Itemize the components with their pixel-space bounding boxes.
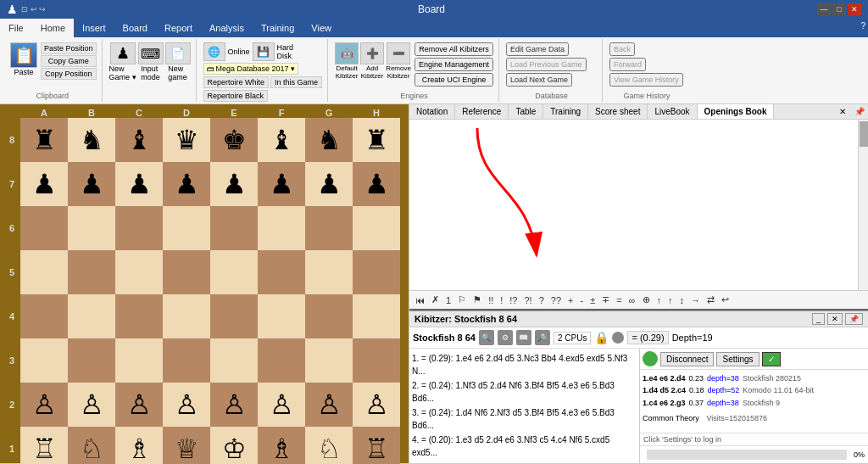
toolbar-updown-btn[interactable]: ↕ <box>677 294 687 306</box>
toolbar-q2-btn[interactable]: ?? <box>548 294 564 306</box>
square-b7[interactable]: ♟ <box>68 162 115 206</box>
toolbar-clear-btn[interactable]: ✗ <box>429 293 442 306</box>
square-d1[interactable]: ♕ <box>163 427 210 464</box>
square-h5[interactable] <box>353 250 400 294</box>
square-e1[interactable]: ♔ <box>210 427 258 464</box>
toolbar-up1-btn[interactable]: ↑ <box>654 294 665 306</box>
forward-button[interactable]: Forward <box>609 58 646 71</box>
square-a3[interactable] <box>20 338 68 383</box>
square-e8[interactable]: ♚ <box>210 118 258 162</box>
square-d8[interactable]: ♛ <box>163 118 210 162</box>
square-g5[interactable] <box>305 250 353 294</box>
square-d4[interactable] <box>163 294 210 338</box>
toolbar-inf-btn[interactable]: ∞ <box>626 294 638 306</box>
tab-board[interactable]: Board <box>114 19 156 37</box>
engine-magnify-icon[interactable]: 🔎 <box>535 330 550 345</box>
square-e4[interactable] <box>210 294 258 338</box>
square-g4[interactable] <box>305 294 353 338</box>
square-h4[interactable] <box>353 294 400 338</box>
square-f4[interactable] <box>258 294 305 338</box>
square-d3[interactable] <box>163 338 210 383</box>
square-f3[interactable] <box>258 338 305 383</box>
square-a5[interactable] <box>20 250 68 294</box>
square-h1[interactable]: ♖ <box>353 427 400 464</box>
toolbar-start-btn[interactable]: ⏮ <box>413 294 427 306</box>
load-next-game-button[interactable]: Load Next Game <box>506 73 572 87</box>
back-button[interactable]: Back <box>609 42 635 56</box>
toolbar-q-btn[interactable]: ? <box>537 294 547 306</box>
square-e5[interactable] <box>210 250 258 294</box>
window-controls-left[interactable]: ⊡ ↩ ↪ <box>21 5 46 14</box>
tab-insert[interactable]: Insert <box>74 19 114 37</box>
square-d7[interactable]: ♟ <box>163 162 210 206</box>
confirm-button[interactable]: ✓ <box>762 352 781 366</box>
square-h7[interactable]: ♟ <box>353 162 400 206</box>
square-h6[interactable] <box>353 206 400 250</box>
toolbar-minus-btn[interactable]: - <box>578 294 587 306</box>
toolbar-plus-btn[interactable]: + <box>565 294 576 306</box>
new-game-btn2[interactable]: 📄 Newgame <box>165 42 191 81</box>
tab-table[interactable]: Table <box>509 104 543 119</box>
copy-position-button[interactable]: Copy Position <box>41 68 97 80</box>
repertoire-white-button[interactable]: Repertoire White <box>203 76 270 88</box>
tab-view[interactable]: View <box>303 19 340 37</box>
square-d5[interactable] <box>163 250 210 294</box>
toolbar-arrow-btn[interactable]: → <box>688 294 703 306</box>
harddisk-label[interactable]: HardDisk <box>277 43 294 60</box>
square-g7[interactable]: ♟ <box>305 162 353 206</box>
square-g6[interactable] <box>305 206 353 250</box>
square-c6[interactable] <box>115 206 163 250</box>
square-a6[interactable] <box>20 206 68 250</box>
tab-openings-book[interactable]: Openings Book <box>698 104 775 119</box>
square-a1[interactable]: ♖ <box>20 427 68 464</box>
square-b6[interactable] <box>68 206 115 250</box>
tab-training[interactable]: Training <box>543 104 588 119</box>
tab-scoresheet[interactable]: Score sheet <box>588 104 648 119</box>
engine-book-icon[interactable]: 📖 <box>516 330 531 345</box>
toolbar-up2-btn[interactable]: ↑ <box>665 294 676 306</box>
kibitzer-close-btn[interactable]: ✕ <box>827 313 843 325</box>
engine-search-icon[interactable]: 🔍 <box>479 330 494 345</box>
square-c2[interactable]: ♙ <box>115 383 163 427</box>
new-game-button[interactable]: ♟ NewGame ▾ <box>109 42 136 81</box>
toolbar-plusminus-btn[interactable]: ± <box>587 294 598 306</box>
remove-all-kibitzers-button[interactable]: Remove All Kibitzers <box>415 42 493 56</box>
notation-scrollbar[interactable] <box>858 120 868 290</box>
square-a2[interactable]: ♙ <box>20 383 68 427</box>
square-d2[interactable]: ♙ <box>163 383 210 427</box>
square-h8[interactable]: ♜ <box>353 118 400 162</box>
square-b1[interactable]: ♘ <box>68 427 115 464</box>
square-c5[interactable] <box>115 250 163 294</box>
kibitzer-collapse-btn[interactable]: _ <box>812 313 825 325</box>
square-h2[interactable]: ♙ <box>353 383 400 427</box>
square-f1[interactable]: ♗ <box>258 427 305 464</box>
kibitzer-pin-btn[interactable]: 📌 <box>845 313 863 325</box>
edit-game-data-button[interactable]: Edit Game Data <box>506 42 569 56</box>
tab-report[interactable]: Report <box>156 19 201 37</box>
cpu-count[interactable]: 2 CPUs <box>554 332 591 344</box>
load-prev-game-button[interactable]: Load Previous Game <box>506 58 587 71</box>
square-g2[interactable]: ♙ <box>305 383 353 427</box>
default-kibitzer-button[interactable]: 🤖 DefaultKibitzer <box>335 42 359 80</box>
database-selector[interactable]: 🗃 Mega Database 2017 ▾ <box>203 63 298 75</box>
square-c8[interactable]: ♝ <box>115 118 163 162</box>
disconnect-button[interactable]: Disconnect <box>660 352 714 366</box>
help-icon[interactable]: ? <box>858 19 868 37</box>
square-d6[interactable] <box>163 206 210 250</box>
minimize-button[interactable]: — <box>817 3 831 15</box>
toolbar-undo-btn[interactable]: ↩ <box>719 293 732 306</box>
tab-training[interactable]: Training <box>253 19 303 37</box>
square-g8[interactable]: ♞ <box>305 118 353 162</box>
paste-button[interactable]: 📋 Paste <box>8 42 39 76</box>
square-h3[interactable] <box>353 338 400 383</box>
square-f8[interactable]: ♝ <box>258 118 305 162</box>
settings-button[interactable]: Settings <box>716 352 759 366</box>
square-c3[interactable] <box>115 338 163 383</box>
remove-kibitzer-button[interactable]: ➖ RemoveKibitzer <box>386 42 411 80</box>
square-e6[interactable] <box>210 206 258 250</box>
square-a8[interactable]: ♜ <box>20 118 68 162</box>
engine-management-button[interactable]: Engine Management <box>415 58 493 71</box>
copy-game-button[interactable]: Copy Game <box>41 55 97 67</box>
online-label[interactable]: Online <box>228 48 250 56</box>
toolbar-flag1-btn[interactable]: ⚐ <box>455 293 469 306</box>
